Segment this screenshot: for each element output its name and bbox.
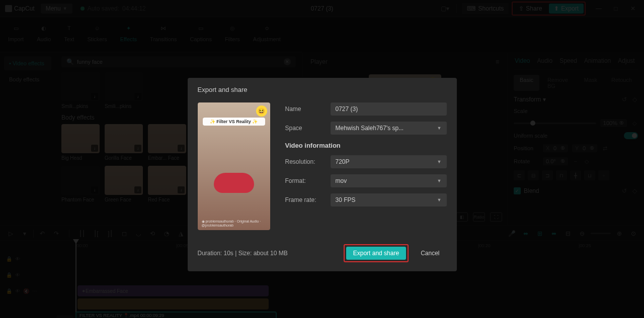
export-and-share-button[interactable]: Export and share: [346, 247, 406, 260]
name-label: Name: [285, 105, 331, 113]
chevron-down-icon: ▼: [437, 197, 442, 202]
dialog-title: Export and share: [198, 86, 447, 93]
framerate-label: Frame rate:: [285, 196, 331, 203]
duration-size-text: Duration: 10s | Size: about 10 MB: [198, 250, 288, 257]
name-input[interactable]: [331, 102, 447, 116]
format-label: Format:: [285, 177, 331, 184]
video-info-header: Video information: [285, 142, 447, 149]
cancel-button[interactable]: Cancel: [414, 247, 446, 260]
space-select[interactable]: Mehwish Saleh767's sp...▼: [331, 122, 447, 135]
resolution-select[interactable]: 720P▼: [331, 155, 447, 168]
chevron-down-icon: ▼: [437, 126, 442, 131]
chevron-down-icon: ▼: [437, 159, 442, 164]
dialog-overlay: Export and share 😆 ✨ Filter VS Reality ✨…: [0, 0, 644, 318]
format-select[interactable]: mov▼: [331, 174, 447, 187]
framerate-select[interactable]: 30 FPS▼: [331, 193, 447, 206]
export-preview: 😆 ✨ Filter VS Reality ✨ ◉ problemsauthor…: [198, 102, 270, 230]
emoji-icon: 😆: [256, 105, 267, 117]
face-distortion: [214, 173, 254, 193]
space-label: Space: [285, 125, 331, 132]
export-share-highlight: Export and share: [344, 244, 409, 262]
resolution-label: Resolution:: [285, 158, 331, 165]
preview-overlay-text: ✨ Filter VS Reality ✨: [203, 118, 265, 126]
chevron-down-icon: ▼: [437, 178, 442, 183]
export-dialog: Export and share 😆 ✨ Filter VS Reality ✨…: [188, 78, 457, 271]
